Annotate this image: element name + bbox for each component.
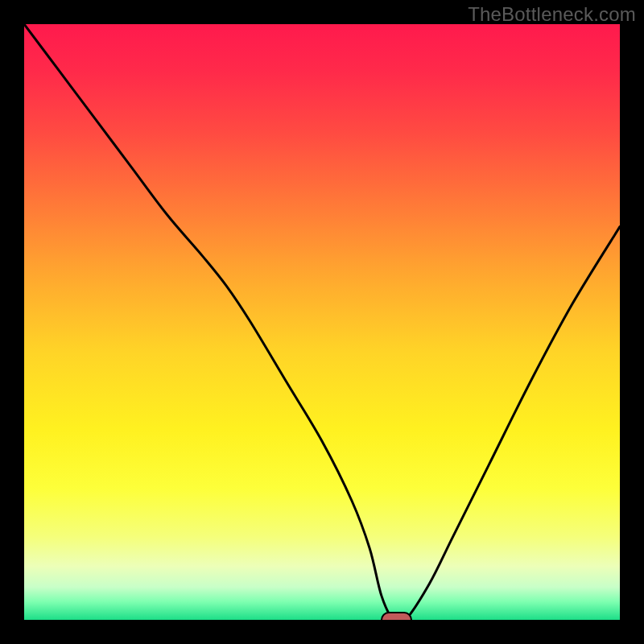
optimal-marker [382, 613, 411, 627]
bottleneck-chart [0, 0, 644, 644]
plot-background [24, 24, 620, 620]
watermark-text: TheBottleneck.com [468, 3, 636, 26]
chart-root: TheBottleneck.com [0, 0, 644, 644]
